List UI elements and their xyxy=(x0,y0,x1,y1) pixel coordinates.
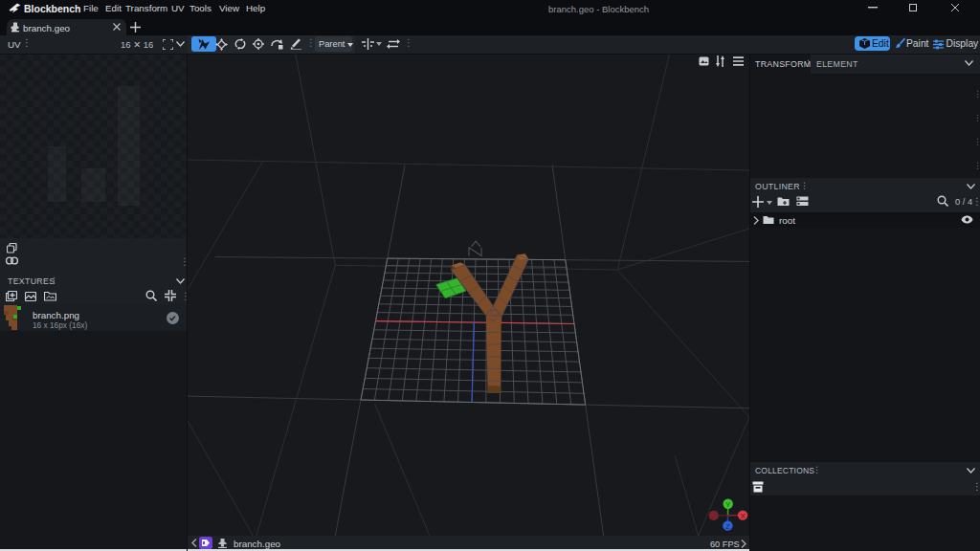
svg-text:Z: Z xyxy=(725,522,730,531)
svg-text:X: X xyxy=(740,512,746,520)
svg-text:Y: Y xyxy=(725,500,731,509)
